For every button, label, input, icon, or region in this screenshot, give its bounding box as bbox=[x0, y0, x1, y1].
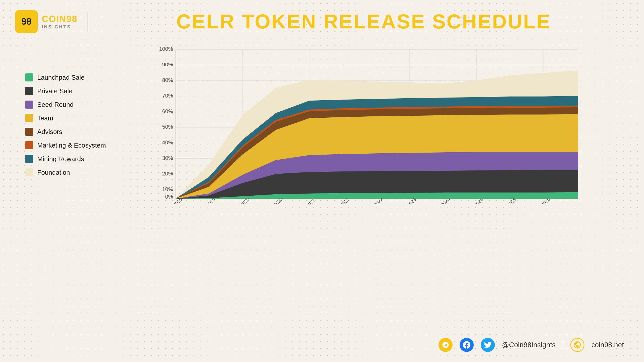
svg-text:100%: 100% bbox=[159, 46, 173, 52]
legend-label: Marketing & Ecosystem bbox=[37, 142, 106, 149]
legend-color-swatch bbox=[25, 168, 33, 176]
legend-item: Private Sale bbox=[25, 87, 106, 95]
legend-color-swatch bbox=[25, 141, 33, 149]
legend: Launchpad Sale Private Sale Seed Round T… bbox=[15, 43, 116, 204]
chart-area: 100% 90% 80% 70% 60% 50% 40% 30% 20% 10%… bbox=[116, 43, 629, 204]
website: coin98.net bbox=[591, 341, 624, 349]
legend-label: Team bbox=[37, 114, 53, 122]
legend-item: Marketing & Ecosystem bbox=[25, 141, 106, 149]
facebook-icon[interactable] bbox=[460, 338, 474, 352]
legend-label: Mining Rewards bbox=[37, 155, 84, 163]
svg-text:10%: 10% bbox=[162, 186, 173, 192]
legend-item: Seed Round bbox=[25, 101, 106, 109]
legend-color-swatch bbox=[25, 73, 33, 81]
globe-icon bbox=[570, 338, 584, 352]
svg-text:80%: 80% bbox=[162, 77, 173, 83]
legend-label: Advisors bbox=[37, 128, 62, 136]
footer-divider bbox=[563, 340, 563, 350]
page-title: CELR TOKEN RELEASE SCHEDULE bbox=[98, 10, 629, 33]
legend-item: Advisors bbox=[25, 128, 106, 136]
logo-number: 98 bbox=[21, 16, 31, 27]
legend-label: Seed Round bbox=[37, 101, 74, 109]
brand-sub: INSIGHTS bbox=[42, 24, 77, 30]
twitter-icon[interactable] bbox=[481, 338, 495, 352]
brand-name: COIN98 bbox=[42, 14, 77, 24]
chart-svg: 100% 90% 80% 70% 60% 50% 40% 30% 20% 10%… bbox=[116, 43, 629, 204]
legend-label: Foundation bbox=[37, 169, 70, 176]
legend-label: Private Sale bbox=[37, 87, 72, 95]
svg-text:0%: 0% bbox=[165, 194, 173, 200]
legend-item: Launchpad Sale bbox=[25, 73, 106, 81]
footer: @Coin98Insights coin98.net bbox=[438, 338, 624, 352]
telegram-icon[interactable] bbox=[438, 338, 453, 352]
legend-label: Launchpad Sale bbox=[37, 74, 85, 81]
header: 98 COIN98 INSIGHTS CELR TOKEN RELEASE SC… bbox=[0, 0, 644, 38]
header-divider bbox=[88, 12, 88, 32]
legend-color-swatch bbox=[25, 155, 33, 163]
logo-box: 98 bbox=[15, 10, 38, 33]
legend-color-swatch bbox=[25, 128, 33, 136]
svg-text:30%: 30% bbox=[162, 155, 173, 161]
svg-text:90%: 90% bbox=[162, 61, 173, 68]
svg-text:20%: 20% bbox=[162, 170, 173, 177]
social-handle: @Coin98Insights bbox=[502, 341, 556, 349]
logo-area: 98 COIN98 INSIGHTS bbox=[15, 10, 77, 33]
legend-item: Mining Rewards bbox=[25, 155, 106, 163]
legend-item: Foundation bbox=[25, 168, 106, 176]
legend-item: Team bbox=[25, 114, 106, 122]
svg-text:40%: 40% bbox=[162, 139, 173, 146]
svg-text:50%: 50% bbox=[162, 124, 173, 130]
legend-color-swatch bbox=[25, 114, 33, 122]
logo-text: COIN98 INSIGHTS bbox=[42, 14, 77, 30]
svg-text:70%: 70% bbox=[162, 93, 173, 99]
chart-container: Launchpad Sale Private Sale Seed Round T… bbox=[15, 43, 629, 204]
svg-text:60%: 60% bbox=[162, 108, 173, 114]
legend-color-swatch bbox=[25, 101, 33, 109]
legend-color-swatch bbox=[25, 87, 33, 95]
